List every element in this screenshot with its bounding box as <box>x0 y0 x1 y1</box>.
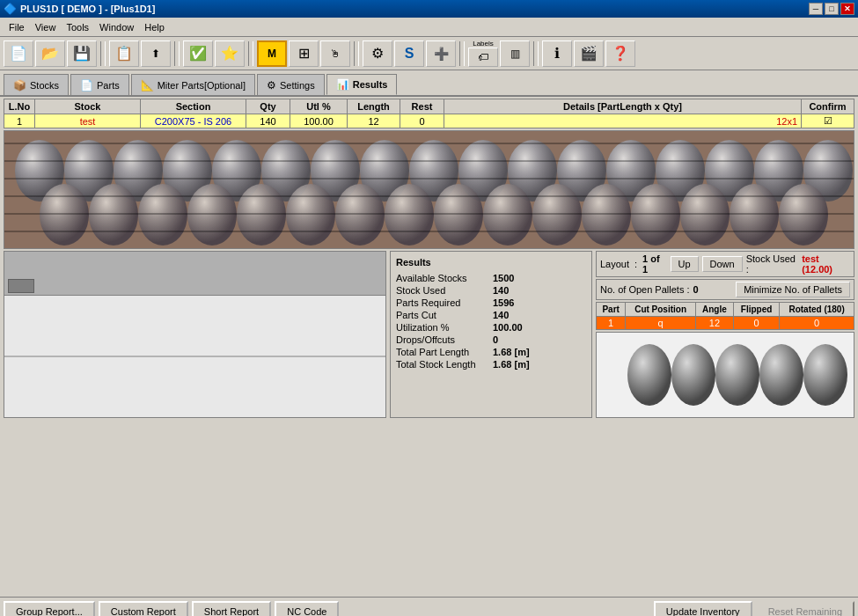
parts-cut-value: 140 <box>493 310 586 320</box>
toolbar-s[interactable]: S <box>394 40 424 67</box>
toolbar-open[interactable]: 📂 <box>35 40 65 67</box>
svg-point-33 <box>803 140 853 202</box>
svg-point-18 <box>409 140 458 202</box>
parts-table-row[interactable]: 1 q 12 0 0 <box>597 317 854 330</box>
tab-results[interactable]: 📊 Results <box>326 74 398 95</box>
svg-point-17 <box>409 140 458 202</box>
menu-help[interactable]: Help <box>139 20 170 34</box>
nc-code-button[interactable]: NC Code <box>275 601 339 617</box>
svg-point-5 <box>114 140 163 202</box>
svg-point-22 <box>508 140 557 202</box>
menu-file[interactable]: File <box>4 20 30 34</box>
col-section: Section <box>141 99 246 114</box>
cell-details: 12x1 <box>444 114 802 128</box>
toolbar-video[interactable]: 🎬 <box>574 40 604 67</box>
tab-miter-label: Miter Parts[Optional] <box>158 80 246 91</box>
group-report-button[interactable]: Group Report... <box>4 601 95 617</box>
cell-stock: test <box>35 114 141 128</box>
toolbar-check[interactable]: ✅ <box>183 40 213 67</box>
stock-used-right-value: test (12.00) <box>802 253 850 275</box>
minimize-button[interactable]: ─ <box>809 3 823 15</box>
svg-point-13 <box>311 140 360 202</box>
tab-parts[interactable]: 📄 Parts <box>70 74 129 95</box>
svg-point-46 <box>286 184 335 246</box>
toolbar-copy[interactable]: 📋 <box>109 40 139 67</box>
svg-point-61 <box>680 184 730 246</box>
parts-req-value: 1596 <box>493 297 586 308</box>
menu-window[interactable]: Window <box>94 20 139 34</box>
svg-point-66 <box>779 184 828 246</box>
drops-label: Drops/Offcuts <box>396 334 489 345</box>
avail-stocks-value: 1500 <box>493 273 586 283</box>
toolbar-plus[interactable]: ➕ <box>426 40 456 67</box>
svg-point-19 <box>458 140 508 202</box>
cell-section: C200X75 - IS 206 <box>141 114 246 128</box>
labels-group: Labels 🏷 <box>468 40 498 67</box>
stock-used-label: Stock Used <box>396 285 489 296</box>
svg-point-9 <box>212 140 261 202</box>
svg-point-52 <box>434 184 483 246</box>
menu-view[interactable]: View <box>30 20 62 34</box>
cell-rest: 0 <box>400 114 444 128</box>
svg-point-73 <box>759 344 803 406</box>
close-button[interactable]: ✕ <box>840 3 854 15</box>
cell-confirm[interactable]: ☑ <box>802 114 854 128</box>
toolbar-import[interactable]: ⬆ <box>141 40 171 67</box>
up-button[interactable]: Up <box>671 256 699 272</box>
custom-report-button[interactable]: Custom Report <box>99 601 188 617</box>
toolbar-info[interactable]: ℹ <box>542 40 572 67</box>
results-grid: Available Stocks 1500 Stock Used 140 Par… <box>396 273 586 370</box>
layout-value: 1 of 1 <box>642 253 666 275</box>
parts-cut-label: Parts Cut <box>396 310 489 320</box>
bottom-section: Results Available Stocks 1500 Stock Used… <box>4 251 854 418</box>
tab-settings[interactable]: ⚙ Settings <box>257 74 325 95</box>
total-part-len-label: Total Part Length <box>396 347 489 357</box>
toolbar-help[interactable]: ❓ <box>605 40 635 67</box>
toolbar-cursor[interactable]: 🖱 <box>320 40 350 67</box>
svg-point-25 <box>606 140 656 202</box>
toolbar-barcode[interactable]: ▥ <box>500 40 530 67</box>
down-button[interactable]: Down <box>702 256 743 272</box>
svg-point-43 <box>237 184 286 246</box>
parts-cell-rownum: 1 <box>597 317 626 330</box>
scroll-tab[interactable] <box>8 279 34 293</box>
short-report-button[interactable]: Short Report <box>192 601 271 617</box>
svg-point-63 <box>730 184 779 246</box>
labels-text: Labels <box>473 40 494 48</box>
toolbar-labels[interactable]: 🏷 <box>468 48 498 67</box>
settings-icon: ⚙ <box>267 79 276 92</box>
detail-content <box>4 296 385 417</box>
parts-cell-angle: 0 <box>733 317 779 330</box>
col-rest: Rest <box>400 99 444 114</box>
parts-cell-part: q <box>626 317 696 330</box>
minimize-pallets-button[interactable]: Minimize No. of Pallets <box>736 282 850 297</box>
col-length: Length <box>348 99 400 114</box>
toolbar-save[interactable]: 💾 <box>67 40 97 67</box>
svg-point-30 <box>705 140 754 202</box>
parts-col-flipped: Flipped <box>733 303 779 317</box>
toolbar-marker[interactable]: M <box>257 40 287 67</box>
pallets-value: 0 <box>693 284 699 295</box>
restore-button[interactable]: □ <box>825 3 839 15</box>
tab-miter[interactable]: 📐 Miter Parts[Optional] <box>131 74 255 95</box>
update-inventory-button[interactable]: Update Inventory <box>654 601 752 617</box>
menu-tools[interactable]: Tools <box>61 20 94 34</box>
svg-point-47 <box>335 184 385 246</box>
tab-stocks[interactable]: 📦 Stocks <box>4 74 69 95</box>
svg-point-57 <box>582 184 631 246</box>
pallets-bar: No. of Open Pallets : 0 Minimize No. of … <box>596 279 854 300</box>
svg-point-11 <box>261 140 311 202</box>
toolbar-grid[interactable]: ⊞ <box>289 40 319 67</box>
table-row[interactable]: 1 test C200X75 - IS 206 140 100.00 12 0 … <box>4 114 854 128</box>
toolbar-star[interactable]: ⭐ <box>215 40 245 67</box>
toolbar: 📄 📂 💾 📋 ⬆ ✅ ⭐ M ⊞ 🖱 ⚙ S ➕ Labels 🏷 ▥ ℹ 🎬… <box>0 37 858 70</box>
toolbar-new[interactable]: 📄 <box>4 40 33 67</box>
bottom-bar: Group Report... Custom Report Short Repo… <box>0 597 858 616</box>
svg-point-32 <box>754 140 803 202</box>
col-details: Details [PartLength x Qty] <box>444 99 802 114</box>
tab-stocks-label: Stocks <box>30 80 59 91</box>
parts-req-label: Parts Required <box>396 297 489 308</box>
parts-table: Part Cut Position Angle Flipped Rotated … <box>596 302 854 330</box>
toolbar-gear[interactable]: ⚙ <box>363 40 392 67</box>
parts-col-angle: Angle <box>695 303 733 317</box>
